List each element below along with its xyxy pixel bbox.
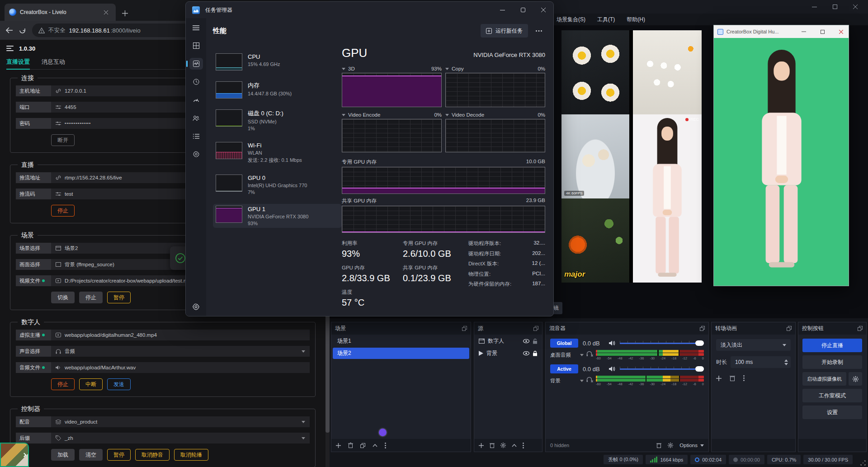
users-icon[interactable]: [189, 112, 203, 124]
stop-streaming-button[interactable]: 停止直播: [802, 339, 862, 352]
track-badge[interactable]: Active: [550, 364, 578, 373]
chevron-down-icon[interactable]: [342, 114, 345, 116]
audio-file-input[interactable]: webapp/upload/MacArthur.wav: [51, 362, 310, 373]
speaker-icon[interactable]: [609, 340, 615, 346]
send-button[interactable]: 发送: [107, 378, 131, 390]
track-badge[interactable]: Global: [550, 339, 578, 348]
slider-knob[interactable]: [695, 340, 704, 346]
voice-select[interactable]: 音频: [51, 346, 310, 357]
mixer-gear-icon[interactable]: [668, 443, 673, 448]
refresh-icon[interactable]: [19, 27, 26, 34]
duration-spinner[interactable]: 100 ms: [731, 356, 791, 368]
source-item[interactable]: 数字人: [475, 335, 541, 347]
vcam-gear-icon[interactable]: [849, 372, 862, 386]
resize-grip[interactable]: [860, 460, 866, 466]
minimize-button[interactable]: [796, 25, 811, 38]
eye-icon[interactable]: [523, 351, 529, 355]
kebab-icon[interactable]: [743, 375, 745, 381]
virtual-camera-button[interactable]: 启动虚拟摄像机: [802, 372, 846, 386]
chevron-down-icon[interactable]: [342, 68, 345, 70]
spin-up-icon[interactable]: [784, 359, 788, 362]
chevron-down-icon[interactable]: [580, 380, 584, 382]
load-button[interactable]: 加载: [51, 449, 75, 461]
tab-message-interaction[interactable]: 消息互动: [42, 58, 65, 70]
browser-tab[interactable]: CreatorBox - Livelo: [5, 4, 116, 21]
maximize-button[interactable]: [513, 2, 533, 18]
stop-stream-button[interactable]: 停止: [51, 205, 75, 217]
unlock-icon[interactable]: [533, 339, 538, 344]
trash-icon[interactable]: [490, 443, 495, 448]
dub-select[interactable]: video_product: [51, 416, 310, 427]
scene-item-selected[interactable]: 场景2: [333, 348, 469, 359]
minimize-button[interactable]: [804, 0, 825, 14]
chevron-down-icon[interactable]: [580, 354, 584, 356]
slider-knob[interactable]: [695, 366, 704, 372]
popout-icon[interactable]: [700, 326, 705, 331]
popout-icon[interactable]: [533, 326, 538, 331]
services-icon[interactable]: [189, 148, 203, 160]
spin-down-icon[interactable]: [784, 363, 788, 365]
unmute-button[interactable]: 取消静音: [135, 449, 170, 461]
menu-scene-collection[interactable]: 场景集合(S): [557, 16, 585, 24]
pause-button[interactable]: 暂停: [107, 292, 131, 303]
virtual-anchor-input[interactable]: webapp/upload/digitalhuman2_480.mp4: [51, 330, 310, 340]
nav-menu-icon[interactable]: [189, 22, 203, 33]
menu-help[interactable]: 帮助(H): [627, 16, 645, 24]
switch-button[interactable]: 切换: [51, 292, 75, 303]
new-tab-button[interactable]: [122, 10, 128, 16]
maximize-button[interactable]: [815, 25, 830, 38]
start-recording-button[interactable]: 开始录制: [802, 355, 862, 369]
perf-item-memory[interactable]: 内存14.4/47.8 GB (30%): [213, 80, 342, 100]
settings-gear-icon[interactable]: [189, 301, 203, 312]
options-button[interactable]: Options: [679, 443, 704, 448]
scene-item[interactable]: 场景1: [333, 335, 469, 347]
trash-icon[interactable]: [730, 375, 735, 381]
popout-icon[interactable]: [858, 326, 863, 331]
perf-item-disk[interactable]: 磁盘 0 (C: D:)SSD (NVMe)1%: [213, 108, 342, 133]
source-properties-gear-icon[interactable]: [500, 443, 506, 448]
interrupt-button[interactable]: 中断: [79, 378, 103, 390]
trash-icon[interactable]: [348, 443, 353, 448]
clear-button[interactable]: 清空: [79, 449, 103, 461]
add-icon[interactable]: [716, 376, 722, 381]
transition-select[interactable]: 淡入淡出: [716, 339, 791, 351]
pip-video-thumbnail[interactable]: [0, 443, 29, 467]
performance-icon[interactable]: [189, 58, 203, 70]
duplicate-icon[interactable]: [360, 443, 365, 448]
app-history-icon[interactable]: [189, 76, 203, 88]
kebab-icon[interactable]: [385, 443, 386, 448]
perf-item-gpu1[interactable]: GPU 1NVIDIA GeForce RTX 308093%: [213, 204, 342, 228]
popout-icon[interactable]: [787, 326, 792, 331]
tab-live-settings[interactable]: 直播设置: [6, 58, 30, 70]
move-up-icon[interactable]: [373, 444, 377, 447]
volume-slider[interactable]: [620, 340, 704, 346]
volume-slider[interactable]: [620, 366, 704, 372]
headphone-muted-icon[interactable]: [586, 376, 593, 382]
menu-tools[interactable]: 工具(T): [597, 16, 615, 24]
cancel-carousel-button[interactable]: 取消轮播: [174, 449, 208, 461]
suffix-select[interactable]: _zh: [51, 433, 310, 443]
popout-icon[interactable]: [462, 326, 467, 331]
chevron-down-icon[interactable]: [445, 114, 449, 116]
close-button[interactable]: [845, 0, 865, 14]
add-icon[interactable]: [479, 443, 484, 448]
processes-icon[interactable]: [189, 40, 203, 52]
stop-button[interactable]: 停止: [79, 292, 103, 303]
perf-item-gpu0[interactable]: GPU 0Intel(R) UHD Graphics 7707%: [213, 173, 342, 197]
stop-human-button[interactable]: 停止: [51, 378, 75, 390]
lock-icon[interactable]: [533, 351, 538, 356]
tab-close-icon[interactable]: [104, 10, 111, 14]
source-item[interactable]: 背景: [475, 348, 541, 359]
trash-icon[interactable]: [656, 443, 661, 448]
eye-icon[interactable]: [523, 339, 529, 343]
move-up-icon[interactable]: [512, 444, 517, 447]
add-icon[interactable]: [336, 443, 341, 448]
perf-item-wifi[interactable]: Wi-FiWLAN发送: 2.2 接收: 0.1 Mbps: [213, 140, 342, 165]
run-new-task-button[interactable]: 运行新任务: [481, 24, 528, 38]
speaker-icon[interactable]: [609, 366, 615, 372]
menu-icon[interactable]: [6, 44, 14, 52]
back-icon[interactable]: [5, 27, 13, 33]
settings-button[interactable]: 设置: [802, 406, 862, 419]
maximize-button[interactable]: [825, 0, 845, 14]
headphone-muted-icon[interactable]: [586, 350, 593, 357]
